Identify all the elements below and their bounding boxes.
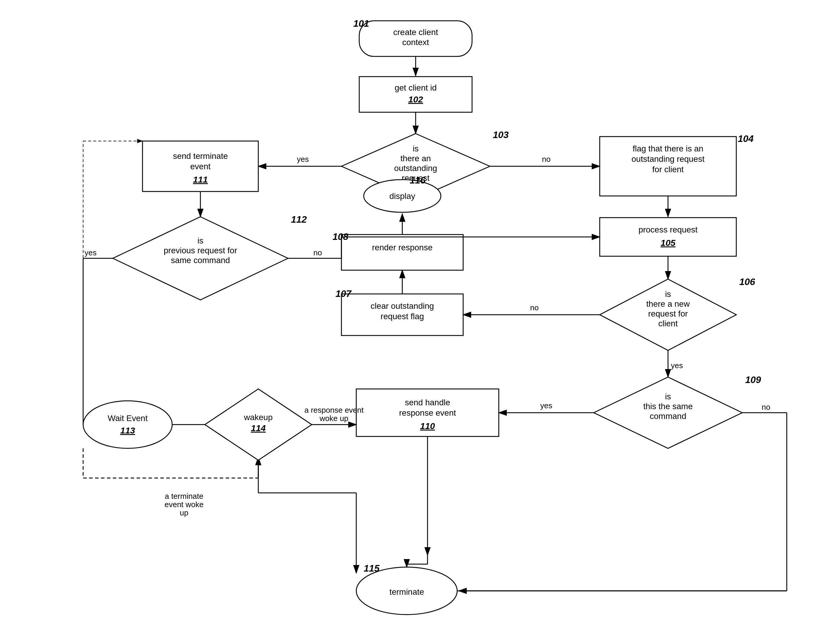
svg-text:Wait Event: Wait Event [108, 414, 148, 423]
svg-text:request flag: request flag [380, 312, 424, 321]
svg-text:this the same: this the same [643, 402, 693, 411]
ref-112: 112 [291, 214, 307, 225]
svg-text:outstanding: outstanding [394, 164, 437, 173]
node-108 [341, 234, 463, 270]
node-101-label: create client [393, 28, 438, 37]
svg-text:terminate: terminate [390, 587, 424, 596]
ref-106: 106 [739, 276, 755, 287]
node-105 [600, 218, 736, 256]
svg-text:response event: response event [399, 408, 456, 418]
svg-text:a response event: a response event [304, 406, 364, 414]
svg-text:process request: process request [638, 225, 697, 234]
svg-text:there a new: there a new [646, 299, 690, 309]
svg-text:send terminate: send terminate [173, 151, 228, 161]
svg-text:same command: same command [171, 256, 230, 265]
ref-116: 116 [410, 175, 426, 186]
svg-text:clear outstanding: clear outstanding [371, 301, 434, 311]
svg-text:event woke: event woke [164, 500, 204, 509]
ref-115: 115 [364, 563, 380, 574]
svg-text:command: command [650, 411, 686, 421]
svg-text:event: event [190, 162, 211, 171]
svg-text:111: 111 [193, 175, 208, 184]
svg-text:110: 110 [420, 421, 435, 431]
svg-text:request for: request for [648, 309, 688, 318]
ref-109: 109 [745, 375, 761, 385]
svg-text:no: no [542, 155, 551, 164]
svg-text:get client id: get client id [395, 83, 437, 92]
svg-text:a terminate: a terminate [165, 492, 203, 501]
svg-text:display: display [389, 191, 415, 201]
svg-text:render response: render response [372, 243, 433, 252]
svg-text:previous request for: previous request for [164, 246, 237, 255]
ref-101: 101 [353, 18, 369, 29]
svg-text:is: is [665, 290, 671, 299]
ref-104: 104 [738, 133, 754, 144]
svg-text:is: is [197, 236, 203, 245]
svg-text:there an: there an [401, 154, 431, 163]
svg-text:102: 102 [408, 94, 423, 104]
svg-text:for client: for client [652, 165, 684, 174]
node-113 [83, 401, 172, 448]
svg-text:yes: yes [540, 401, 552, 410]
svg-text:is: is [413, 144, 419, 153]
svg-text:wakeup: wakeup [244, 413, 273, 422]
svg-text:up: up [180, 509, 188, 517]
svg-text:yes: yes [297, 155, 309, 164]
ref-107: 107 [336, 288, 352, 299]
svg-text:114: 114 [251, 423, 266, 433]
svg-text:113: 113 [120, 426, 135, 435]
flowchart-diagram: create client context 101 get client id … [0, 0, 831, 644]
svg-text:no: no [530, 303, 539, 312]
svg-text:no: no [314, 248, 322, 257]
svg-text:send handle: send handle [405, 398, 451, 407]
svg-text:woke up: woke up [320, 414, 349, 423]
svg-text:outstanding request: outstanding request [632, 155, 705, 164]
svg-text:context: context [402, 38, 429, 47]
ref-103: 103 [493, 129, 509, 140]
svg-text:yes: yes [671, 361, 683, 370]
svg-text:flag that there is an: flag that there is an [633, 144, 703, 153]
svg-text:no: no [762, 403, 771, 411]
svg-text:is: is [665, 392, 671, 401]
svg-text:yes: yes [84, 248, 97, 257]
svg-text:105: 105 [661, 238, 676, 248]
svg-text:client: client [658, 319, 678, 328]
